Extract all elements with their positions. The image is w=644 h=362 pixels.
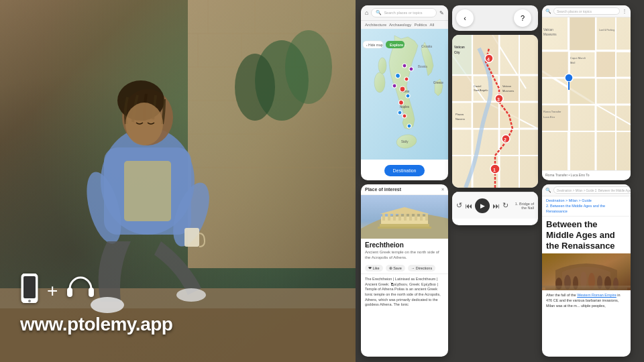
- player-track: 1. Bridge of the Nall: [511, 202, 534, 210]
- svg-point-14: [285, 30, 332, 104]
- gmaps-options-icon[interactable]: ⋮: [622, 8, 627, 14]
- fresco-svg: [542, 253, 631, 290]
- svg-rect-68: [420, 214, 423, 221]
- player-back[interactable]: ↺: [456, 201, 462, 210]
- svg-rect-33: [89, 288, 94, 297]
- screen1-nav: Architecture Archaeology Politics All: [361, 21, 448, 29]
- screen1-search[interactable]: 🔍 Search places or topics: [371, 8, 437, 17]
- screen1-search-text: Search places or topics: [384, 11, 422, 15]
- svg-text:Naples: Naples: [400, 105, 410, 109]
- plus-sign: +: [47, 280, 58, 302]
- gmaps-header: 🔍 Search places or topics ⋮: [542, 5, 631, 17]
- svg-rect-65: [404, 214, 407, 221]
- svg-text:Sicily: Sicily: [401, 140, 409, 143]
- svg-rect-88: [452, 35, 472, 74]
- svg-text:Croatia: Croatia: [421, 44, 432, 48]
- player-next[interactable]: ⏭: [492, 202, 500, 210]
- screen-vatican-map[interactable]: Vatican City Vatican Museums Castel Sant…: [452, 35, 538, 188]
- svg-text:Caput Mundi: Caput Mundi: [570, 56, 586, 60]
- vatican-map-svg: Vatican City Vatican Museums Castel Sant…: [452, 35, 538, 188]
- article-title: Between the Middle Ages and the Renaissa…: [542, 217, 631, 253]
- svg-point-53: [392, 84, 396, 88]
- svg-point-45: [399, 101, 404, 105]
- nav-archaeology[interactable]: Archaeology: [389, 23, 411, 27]
- gmaps-svg: Vatican Museums Caput Mundi Mall Lard & …: [542, 17, 631, 170]
- svg-point-37: [378, 58, 386, 74]
- svg-point-36: [374, 72, 385, 93]
- svg-rect-86: [452, 76, 472, 101]
- svg-point-49: [406, 94, 410, 98]
- nav-architecture[interactable]: Architecture: [365, 23, 386, 27]
- svg-text:‹ Hide map: ‹ Hide map: [366, 43, 383, 47]
- svg-rect-63: [393, 214, 396, 221]
- svg-rect-28: [184, 228, 199, 247]
- screen1-header: ⌂ 🔍 Search places or topics ✎: [361, 5, 448, 21]
- svg-rect-61: [382, 214, 385, 221]
- nav-politics[interactable]: Politics: [414, 23, 427, 27]
- svg-text:Greece: Greece: [433, 81, 443, 84]
- nav-arrows-bar: ‹ ?: [452, 5, 538, 31]
- svg-point-52: [402, 64, 407, 68]
- svg-point-51: [407, 124, 411, 128]
- screen-italy-map[interactable]: ⌂ 🔍 Search places or topics ✎ Architectu…: [361, 5, 448, 180]
- svg-rect-71: [378, 227, 431, 229]
- svg-rect-66: [409, 214, 412, 221]
- article-image: [542, 253, 631, 290]
- save-btn[interactable]: ⊕ Save: [386, 265, 405, 272]
- svg-text:Museums: Museums: [543, 33, 557, 36]
- col-middle: ‹ ?: [452, 5, 538, 357]
- svg-point-48: [396, 74, 400, 78]
- screen-article[interactable]: 🔍 Destination > Milan > Guide 2. Between…: [542, 184, 631, 357]
- gmaps-search-input[interactable]: Search places or topics: [553, 7, 620, 15]
- svg-text:2: 2: [504, 137, 506, 142]
- svg-text:Navona: Navona: [455, 117, 466, 121]
- svg-rect-64: [398, 214, 401, 221]
- svg-text:Lard & Parking: Lard & Parking: [599, 29, 614, 32]
- website-url[interactable]: www.ptolemy.app: [20, 314, 172, 335]
- player-forward[interactable]: ↻: [502, 201, 508, 210]
- col-right: 🔍 Search places or topics ⋮: [542, 5, 631, 357]
- svg-rect-67: [415, 214, 417, 221]
- svg-point-44: [400, 86, 405, 92]
- svg-text:4: 4: [487, 57, 490, 62]
- article-text: After the fall of the Western Roman Empi…: [542, 290, 631, 311]
- svg-rect-70: [380, 224, 429, 227]
- back-arrow[interactable]: ‹: [456, 9, 474, 27]
- svg-rect-69: [425, 214, 428, 221]
- svg-point-31: [28, 300, 31, 302]
- screen-place-interest[interactable]: Place of interest ×: [361, 184, 448, 357]
- svg-text:Luca Etro: Luca Etro: [543, 115, 555, 119]
- like-btn[interactable]: ❤ Like: [365, 265, 383, 272]
- acropolis-svg: [361, 195, 448, 239]
- svg-text:Mall: Mall: [570, 61, 575, 64]
- phone-icon: [20, 274, 39, 308]
- western-roman-empire-link[interactable]: Western Roman Empire: [577, 293, 616, 297]
- place-header: Place of interest ×: [361, 184, 448, 195]
- close-btn[interactable]: ×: [441, 187, 444, 192]
- svg-point-47: [402, 114, 407, 118]
- screen-gmaps[interactable]: 🔍 Search places or topics ⋮: [542, 5, 631, 180]
- player-bar-screen[interactable]: ↺ ⏮ ▶ ⏭ ↻ 1. Bridge of the Nall: [452, 192, 538, 225]
- place-header-title: Place of interest: [365, 187, 401, 192]
- background-photo: + www.ptolemy.app: [0, 0, 356, 362]
- nav-all[interactable]: All: [429, 23, 434, 27]
- italy-map-area[interactable]: Croatia Bosnia Rome Naples Sicily Greece: [361, 29, 448, 160]
- svg-point-127: [565, 74, 573, 82]
- svg-point-27: [176, 288, 206, 302]
- svg-text:Vatican: Vatican: [502, 84, 511, 88]
- play-btn[interactable]: ▶: [475, 198, 490, 213]
- help-btn[interactable]: ?: [514, 9, 531, 27]
- destination-btn[interactable]: Destination: [384, 165, 424, 176]
- svg-text:Museums: Museums: [502, 89, 514, 93]
- directions-btn[interactable]: → Directions: [408, 265, 435, 272]
- article-search-input[interactable]: Destination > Milan > Guide 2. Between t…: [553, 186, 631, 194]
- italy-map-svg: Croatia Bosnia Rome Naples Sicily Greece: [361, 29, 448, 160]
- svg-rect-30: [23, 276, 36, 298]
- place-title: Erechtheion: [361, 239, 448, 250]
- gmaps-map-area[interactable]: Vatican Museums Caput Mundi Mall Lard & …: [542, 17, 631, 170]
- col-left: ⌂ 🔍 Search places or topics ✎ Architectu…: [361, 5, 448, 357]
- svg-text:Sant'Angelo: Sant'Angelo: [474, 88, 488, 92]
- svg-text:1: 1: [493, 168, 496, 172]
- player-prev[interactable]: ⏮: [465, 202, 472, 210]
- place-description: The Erechtheion | Latinised as Erechtheu…: [361, 274, 448, 310]
